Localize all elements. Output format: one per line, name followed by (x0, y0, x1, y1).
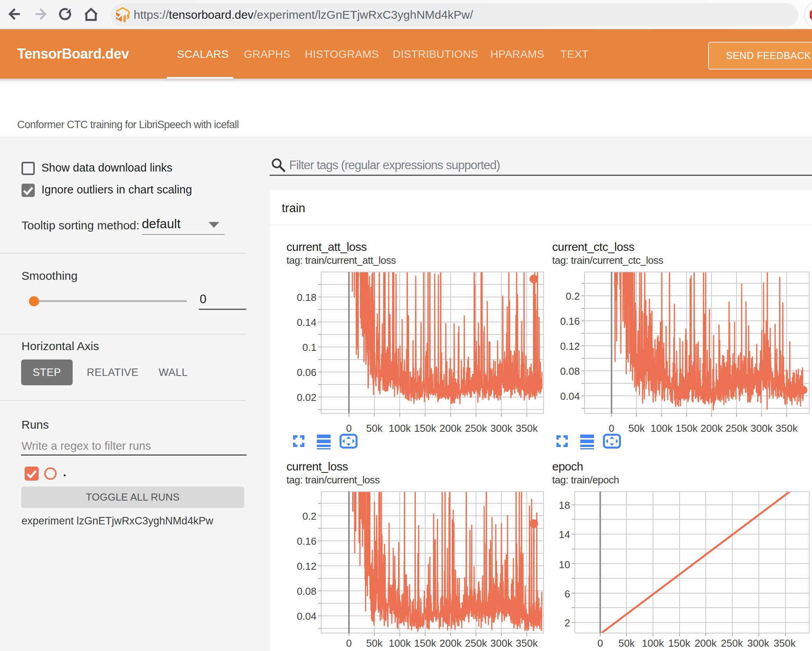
svg-text:300k: 300k (490, 422, 513, 434)
svg-text:200k: 200k (440, 422, 462, 434)
svg-text:300k: 300k (490, 637, 513, 649)
svg-text:0.2: 0.2 (566, 290, 580, 302)
svg-text:14: 14 (559, 529, 570, 540)
svg-text:250k: 250k (726, 422, 748, 434)
svg-text:250k: 250k (465, 637, 487, 649)
svg-text:0.08: 0.08 (297, 585, 317, 597)
svg-text:200k: 200k (694, 637, 717, 649)
svg-text:current_att_loss: current_att_loss (286, 240, 367, 253)
svg-text:300k: 300k (747, 637, 769, 649)
svg-text:100k: 100k (389, 637, 411, 649)
svg-text:150k: 150k (414, 422, 436, 434)
svg-text:0.04: 0.04 (297, 610, 317, 622)
svg-text:0.18: 0.18 (297, 292, 317, 303)
svg-text:250k: 250k (465, 422, 487, 434)
svg-text:tag: train/epoch: tag: train/epoch (552, 474, 619, 486)
svg-text:0: 0 (346, 637, 352, 649)
svg-text:0: 0 (346, 422, 352, 434)
svg-text:0.06: 0.06 (297, 367, 317, 378)
svg-text:0.12: 0.12 (560, 340, 580, 352)
svg-text:150k: 150k (414, 637, 436, 649)
svg-text:0.16: 0.16 (297, 535, 317, 547)
svg-text:200k: 200k (701, 422, 723, 434)
svg-text:0.02: 0.02 (297, 392, 317, 403)
svg-text:150k: 150k (676, 422, 698, 434)
svg-text:0.08: 0.08 (560, 365, 580, 377)
svg-text:18: 18 (559, 499, 570, 511)
svg-text:2: 2 (565, 617, 570, 629)
svg-text:0: 0 (597, 637, 603, 649)
svg-text:tag: train/current_ctc_loss: tag: train/current_ctc_loss (552, 254, 664, 266)
svg-text:0.2: 0.2 (302, 510, 317, 522)
svg-text:current_ctc_loss: current_ctc_loss (552, 240, 634, 253)
svg-text:0.14: 0.14 (297, 317, 317, 328)
svg-text:0.1: 0.1 (302, 342, 317, 353)
svg-text:epoch: epoch (552, 460, 583, 473)
svg-text:current_loss: current_loss (286, 460, 348, 473)
svg-text:350k: 350k (774, 637, 796, 649)
svg-text:350k: 350k (776, 422, 798, 434)
svg-text:200k: 200k (440, 637, 462, 649)
svg-text:50k: 50k (618, 637, 635, 649)
svg-text:150k: 150k (668, 637, 690, 649)
svg-text:350k: 350k (516, 637, 538, 649)
svg-text:350k: 350k (516, 422, 538, 434)
svg-text:tag: train/current_att_loss: tag: train/current_att_loss (286, 254, 396, 266)
svg-text:0.16: 0.16 (560, 315, 580, 327)
svg-text:0.12: 0.12 (297, 560, 317, 572)
svg-text:250k: 250k (721, 637, 743, 649)
svg-text:50k: 50k (366, 637, 383, 649)
svg-text:10: 10 (559, 559, 570, 571)
svg-text:6: 6 (565, 588, 570, 600)
svg-text:100k: 100k (642, 637, 664, 649)
svg-text:0: 0 (609, 422, 614, 434)
svg-text:50k: 50k (366, 422, 383, 434)
svg-text:100k: 100k (389, 422, 411, 434)
svg-text:0.04: 0.04 (560, 390, 580, 402)
svg-text:50k: 50k (628, 422, 645, 434)
svg-text:tag: train/current_loss: tag: train/current_loss (286, 474, 380, 486)
svg-text:300k: 300k (751, 422, 773, 434)
svg-text:100k: 100k (651, 422, 673, 434)
